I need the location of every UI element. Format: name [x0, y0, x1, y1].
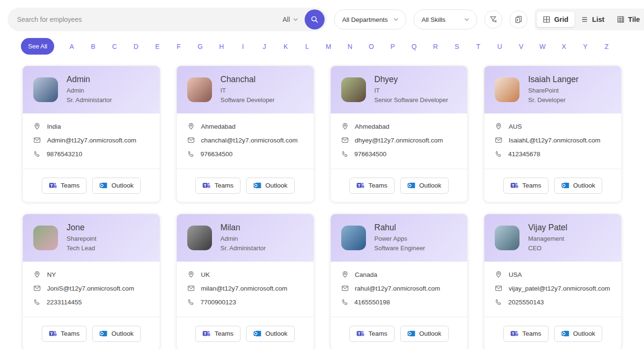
alphabet-letter[interactable]: V	[510, 43, 532, 50]
employee-title: Senior Software Developer	[375, 95, 448, 105]
alphabet-letter[interactable]: N	[339, 43, 361, 50]
location-pin-icon	[341, 123, 349, 130]
search-input[interactable]	[17, 16, 282, 23]
teams-button[interactable]: Teams	[42, 178, 87, 194]
outlook-icon	[253, 330, 261, 338]
alphabet-letter[interactable]: A	[61, 43, 82, 50]
mail-icon	[341, 284, 349, 292]
alphabet-letter[interactable]: T	[468, 43, 489, 50]
employee-card-header: Admin Admin Sr. Administartor	[23, 66, 160, 113]
employee-department: Power Apps	[375, 234, 425, 244]
alphabet-letter[interactable]: Y	[575, 43, 596, 50]
alphabet-letter[interactable]: L	[297, 43, 318, 50]
alphabet-letter[interactable]: J	[254, 43, 275, 50]
employee-location: AUS	[509, 123, 522, 130]
employee-phone: 976634500	[355, 151, 387, 158]
mail-icon	[33, 284, 41, 292]
employee-card-footer: Teams Outlook	[23, 317, 160, 349]
alphabet-letter[interactable]: M	[318, 43, 339, 50]
email-row: dhyey@t12y7.onmicrosoft.com	[341, 135, 457, 145]
teams-button[interactable]: Teams	[503, 326, 548, 342]
skills-dropdown[interactable]: All Skills	[413, 9, 477, 29]
employee-card: Vijay Patel Management CEO USA vijay_pat…	[484, 214, 622, 349]
alphabet-letter[interactable]: W	[532, 43, 553, 50]
outlook-button[interactable]: Outlook	[92, 178, 141, 194]
alphabet-letter[interactable]: F	[168, 43, 190, 50]
alphabet-letter[interactable]: I	[232, 43, 254, 50]
export-button[interactable]	[509, 10, 528, 28]
alphabet-letter[interactable]: E	[147, 43, 168, 50]
alphabet-letter[interactable]: H	[211, 43, 232, 50]
alphabet-letter[interactable]: O	[361, 43, 382, 50]
employee-title: CEO	[528, 244, 567, 253]
employee-grid: Admin Admin Sr. Administartor India Admi…	[22, 66, 622, 349]
employee-card-header: Vijay Patel Management CEO	[484, 214, 621, 262]
email-row: milan@t12y7.onmicrosoft.com	[187, 283, 303, 293]
location-row: AUS	[495, 122, 611, 131]
outlook-button-label: Outlook	[573, 182, 596, 189]
employee-card-body: AUS IsaiahL@t12y7.onmicrosoft.com 412345…	[484, 113, 621, 169]
teams-button[interactable]: Teams	[503, 178, 548, 194]
alphabet-letter[interactable]: X	[553, 43, 575, 50]
view-grid-button[interactable]: Grid	[537, 12, 575, 27]
teams-button[interactable]: Teams	[42, 326, 87, 342]
alphabet-letter[interactable]: R	[425, 43, 446, 50]
outlook-icon	[561, 330, 569, 338]
alphabet-letter[interactable]: P	[382, 43, 404, 50]
alphabet-letter[interactable]: Q	[404, 43, 425, 50]
outlook-button[interactable]: Outlook	[554, 178, 603, 194]
alphabet-letter[interactable]: K	[275, 43, 297, 50]
outlook-button[interactable]: Outlook	[554, 326, 603, 342]
employee-card-header: Rahul Power Apps Software Engineer	[331, 214, 468, 262]
teams-button[interactable]: Teams	[349, 326, 394, 342]
view-list-button[interactable]: List	[575, 12, 611, 27]
employee-department: Management	[528, 234, 567, 244]
email-row: vijay_patel@t12y7.onmicrosoft.com	[495, 283, 611, 293]
employee-card-footer: Teams Outlook	[331, 317, 468, 349]
see-all-button[interactable]: See All	[21, 38, 54, 55]
teams-icon	[356, 330, 365, 338]
mail-icon	[187, 284, 195, 292]
outlook-button[interactable]: Outlook	[246, 326, 295, 342]
teams-button[interactable]: Teams	[195, 326, 240, 342]
view-list-label: List	[592, 16, 605, 23]
teams-button-label: Teams	[368, 330, 387, 337]
departments-dropdown[interactable]: All Departments	[334, 9, 406, 29]
employee-department: Sharepoint	[67, 234, 96, 244]
location-pin-icon	[341, 271, 349, 278]
alphabet-letter[interactable]: D	[125, 43, 147, 50]
outlook-button[interactable]: Outlook	[400, 326, 449, 342]
alphabet-letter[interactable]: Z	[596, 43, 617, 50]
outlook-button[interactable]: Outlook	[246, 178, 295, 194]
alphabet-letter[interactable]: C	[104, 43, 125, 50]
outlook-button[interactable]: Outlook	[92, 326, 141, 342]
employee-phone: 4165550198	[355, 299, 390, 306]
avatar	[341, 226, 366, 250]
teams-button[interactable]: Teams	[195, 178, 240, 194]
search-button[interactable]	[305, 9, 325, 29]
location-pin-icon	[33, 271, 41, 278]
outlook-icon	[561, 181, 569, 189]
phone-icon	[33, 299, 40, 306]
alphabet-letter[interactable]: S	[446, 43, 468, 50]
outlook-button[interactable]: Outlook	[400, 178, 449, 194]
outlook-button-label: Outlook	[265, 182, 288, 189]
employee-card-footer: Teams Outlook	[484, 317, 621, 349]
avatar	[495, 77, 519, 102]
location-row: Ahmedabad	[341, 122, 457, 131]
alphabet-letter[interactable]: B	[83, 43, 104, 50]
employee-name: Rahul	[375, 223, 425, 233]
export-excel-icon	[514, 15, 523, 24]
employee-location: India	[47, 123, 61, 130]
clear-filters-button[interactable]	[484, 10, 502, 28]
employee-card-body: Ahmedabad dhyey@t12y7.onmicrosoft.com 97…	[331, 113, 468, 169]
teams-button[interactable]: Teams	[349, 178, 394, 194]
alphabet-letter[interactable]: G	[190, 43, 211, 50]
view-tile-button[interactable]: Tile	[611, 12, 644, 27]
search-bar: All	[8, 8, 327, 31]
teams-icon	[49, 181, 57, 189]
location-row: NY	[33, 270, 149, 279]
search-scope-dropdown[interactable]: All	[282, 16, 298, 23]
phone-icon	[33, 151, 40, 158]
alphabet-letter[interactable]: U	[489, 43, 510, 50]
